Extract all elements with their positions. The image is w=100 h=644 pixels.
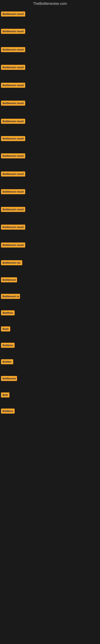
bottleneck-item-1: Bottleneck result (1, 12, 25, 17)
bottleneck-badge-1[interactable]: Bottleneck result (1, 12, 25, 16)
bottleneck-item-11: Bottleneck result (1, 189, 25, 195)
bottleneck-badge-24[interactable]: Bottlene (1, 408, 15, 414)
bottleneck-badge-5[interactable]: Bottleneck result (1, 83, 25, 88)
bottleneck-item-12: Bottleneck result (1, 207, 25, 213)
site-title: TheBottlenecker.com (0, 0, 100, 8)
bottleneck-item-2: Bottleneck result (1, 29, 25, 34)
bottleneck-badge-15[interactable]: Bottleneck res (1, 260, 22, 265)
bottleneck-item-24: Bottlene (1, 408, 15, 414)
bottleneck-badge-12[interactable]: Bottleneck result (1, 207, 25, 212)
page-wrapper: TheBottlenecker.com ... Bottleneck resul… (0, 0, 100, 644)
bottleneck-badge-4[interactable]: Bottleneck result (1, 65, 25, 70)
bottleneck-item-5: Bottleneck result (1, 83, 25, 88)
bottleneck-badge-9[interactable]: Bottleneck result (1, 153, 25, 158)
bottleneck-badge-14[interactable]: Bottleneck result (1, 242, 25, 248)
bottleneck-badge-20[interactable]: Bottlene (1, 343, 15, 348)
bottleneck-badge-7[interactable]: Bottleneck result (1, 119, 25, 124)
bottleneck-item-20: Bottlene (1, 343, 15, 348)
bottleneck-item-7: Bottleneck result (1, 119, 25, 124)
bottleneck-item-15: Bottleneck res (1, 260, 22, 266)
bottleneck-item-9: Bottleneck result (1, 153, 25, 159)
bottleneck-badge-8[interactable]: Bottleneck result (1, 136, 25, 141)
bottom-section: ... (1, 544, 2, 546)
bottleneck-item-18: Bottlene (1, 310, 15, 316)
bottleneck-badge-16[interactable]: Bottleneck (1, 277, 17, 282)
bottleneck-badge-18[interactable]: Bottlene (1, 310, 15, 315)
bottleneck-item-4: Bottleneck result (1, 65, 25, 71)
bottleneck-badge-3[interactable]: Bottleneck result (1, 47, 25, 52)
bottleneck-item-6: Bottleneck result (1, 100, 25, 106)
bottleneck-item-23: Bott (1, 392, 9, 398)
bottom-dot: ... (1, 544, 2, 546)
bottleneck-badge-19[interactable]: Bottl (1, 326, 10, 332)
bottleneck-badge-6[interactable]: Bottleneck result (1, 100, 25, 106)
bottleneck-badge-13[interactable]: Bottleneck result (1, 224, 25, 230)
bottleneck-item-10: Bottleneck result (1, 172, 25, 177)
bottleneck-item-3: Bottleneck result (1, 47, 25, 53)
bottleneck-item-19: Bottl (1, 326, 10, 332)
bottleneck-badge-22[interactable]: Bottleneck (1, 376, 17, 381)
bottleneck-badge-23[interactable]: Bott (1, 392, 9, 398)
bottleneck-item-21: Bottlen (1, 359, 13, 365)
bottleneck-item-8: Bottleneck result (1, 136, 25, 142)
bottleneck-badge-21[interactable]: Bottlen (1, 359, 13, 364)
bottleneck-item-14: Bottleneck result (1, 242, 25, 248)
bottleneck-item-17: Bottleneck re (1, 294, 20, 300)
bottleneck-badge-10[interactable]: Bottleneck result (1, 172, 25, 176)
bottleneck-item-22: Bottleneck (1, 376, 17, 382)
bottleneck-badge-17[interactable]: Bottleneck re (1, 294, 20, 299)
bottleneck-item-16: Bottleneck (1, 277, 17, 283)
bottleneck-item-13: Bottleneck result (1, 224, 25, 230)
bottleneck-badge-11[interactable]: Bottleneck result (1, 189, 25, 194)
bottleneck-badge-2[interactable]: Bottleneck result (1, 29, 25, 34)
